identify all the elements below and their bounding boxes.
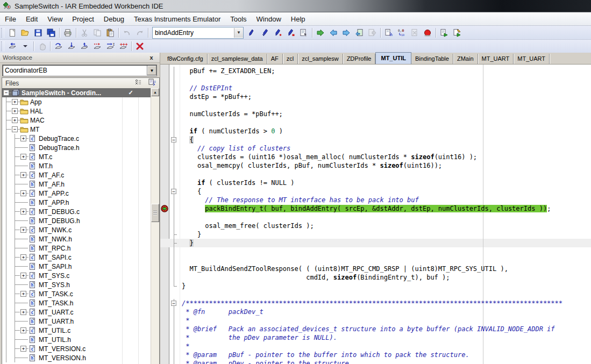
expand-plus-icon[interactable]: + <box>20 291 26 297</box>
code-lines[interactable]: pBuf += Z_EXTADDR_LEN; // DstEPInt dstEp… <box>160 67 591 364</box>
code-line[interactable] <box>160 247 591 256</box>
code-text[interactable]: } <box>182 239 194 247</box>
fold-margin-cell[interactable] <box>169 75 180 84</box>
fold-margin-cell[interactable] <box>169 170 180 179</box>
tree-expand-toggle[interactable]: + <box>19 308 28 317</box>
code-text[interactable]: * @param pBuf - pointer to the buffer in… <box>182 351 469 359</box>
tree-item-mt-util-c[interactable]: +cMT_UTIL.c <box>2 326 151 335</box>
tree-item-mt-sapi-h[interactable]: hMT_SAPI.h <box>2 262 151 271</box>
tree-item-mt-task-c[interactable]: +cMT_TASK.c <box>2 289 151 298</box>
tree-item-mt-version-h[interactable]: hMT_VERSION.h <box>2 353 151 362</box>
menu-item-debug[interactable]: Debug <box>99 13 129 25</box>
menu-item-window[interactable]: Window <box>252 13 286 25</box>
scrollbar-thumb[interactable] <box>151 204 159 222</box>
tree-expand-toggle[interactable]: + <box>11 106 19 116</box>
tree-item-hal[interactable]: +HAL <box>2 106 151 116</box>
tree-item-debugtrace-c[interactable]: +cDebugTrace.c <box>2 134 151 143</box>
breakpoint-gutter-cell[interactable] <box>160 204 169 213</box>
code-text[interactable]: // DstEPInt <box>182 84 232 92</box>
fold-margin-cell[interactable] <box>169 247 180 256</box>
breakpoint-gutter-cell[interactable] <box>160 273 169 282</box>
breakpoint-gutter-cell[interactable] <box>160 84 169 92</box>
save-all-icon[interactable] <box>45 26 58 39</box>
workspace-close-icon[interactable]: x <box>147 54 155 61</box>
tree-expand-toggle[interactable]: + <box>19 289 28 298</box>
code-text[interactable]: packBindEntry_t( buf, bindAddEntry( srcE… <box>182 204 551 213</box>
print-icon[interactable] <box>61 26 74 39</box>
tree-expand-toggle[interactable]: + <box>19 170 28 180</box>
breakpoint-gutter-cell[interactable] <box>160 308 169 316</box>
code-text[interactable]: osal_memcpy( clusterIds, pBuf, numCluste… <box>182 161 442 170</box>
paste-icon[interactable] <box>104 26 117 39</box>
step-out-icon[interactable] <box>78 40 91 53</box>
tree-item-mt[interactable]: −MT <box>2 125 151 134</box>
tree-expand-toggle[interactable]: + <box>19 344 28 353</box>
code-text[interactable]: } <box>182 282 186 290</box>
go-icon[interactable]: +++ <box>117 40 130 53</box>
code-line[interactable]: * @brief Pack an associated_devices_t st… <box>160 325 591 333</box>
fold-margin-cell[interactable] <box>169 101 180 110</box>
fold-margin-cell[interactable] <box>169 316 180 325</box>
fold-margin-cell[interactable] <box>169 222 180 230</box>
tree-item-mt-nwk-c[interactable]: +cMT_NWK.c <box>2 225 151 234</box>
navigate-back-icon[interactable] <box>327 26 340 39</box>
code-text[interactable]: // copy list of clusters <box>182 144 290 153</box>
collapse-minus-icon[interactable]: − <box>12 126 18 132</box>
breakpoint-gutter-cell[interactable] <box>160 135 169 144</box>
files-column-header[interactable]: Files 10 <box>2 78 159 89</box>
tab-zcl[interactable]: zcl <box>283 54 298 64</box>
fold-margin-cell[interactable] <box>169 342 180 351</box>
fold-margin-cell[interactable] <box>169 179 180 187</box>
collapse-minus-icon[interactable]: − <box>3 90 9 96</box>
tree-item-mt-nwk-h[interactable]: hMT_NWK.h <box>2 234 151 244</box>
breakpoint-gutter-cell[interactable] <box>160 230 169 239</box>
code-text[interactable]: } <box>182 230 201 239</box>
expand-plus-icon[interactable]: + <box>20 227 26 233</box>
output-column-icon[interactable]: 10 <box>145 78 159 88</box>
navigate-forward-icon[interactable] <box>340 26 353 39</box>
code-line[interactable]: } <box>160 230 591 239</box>
fold-collapse-icon[interactable]: − <box>171 301 176 306</box>
find-next-icon[interactable] <box>259 26 272 39</box>
code-line[interactable]: pBuf += Z_EXTADDR_LEN; <box>160 67 591 75</box>
tree-item-mt-rpc-h[interactable]: hMT_RPC.h <box>2 244 151 253</box>
fold-margin-cell[interactable] <box>169 273 180 282</box>
breakpoint-gutter-cell[interactable] <box>160 299 169 308</box>
tree-expand-toggle[interactable]: + <box>19 189 28 198</box>
tab-af[interactable]: AF <box>267 54 283 64</box>
fold-margin-cell[interactable] <box>169 308 180 316</box>
toolbar-grip[interactable] <box>1 28 4 38</box>
tree-expand-toggle[interactable]: + <box>19 326 28 335</box>
save-icon[interactable] <box>32 26 45 39</box>
expand-plus-icon[interactable]: + <box>12 99 18 105</box>
code-text[interactable]: * the pDev parameter is NULL). <box>182 333 337 342</box>
code-line[interactable]: clusterIds = (uint16 *)osal_mem_alloc( n… <box>160 153 591 161</box>
tree-item-mt-uart-c[interactable]: +cMT_UART.c <box>2 308 151 317</box>
breakpoint-gutter-cell[interactable] <box>160 170 169 179</box>
tree-item-mac[interactable]: +MAC <box>2 116 151 125</box>
breakpoint-gutter-cell[interactable] <box>160 316 169 325</box>
breakpoint-gutter-cell[interactable] <box>160 247 169 256</box>
code-text[interactable]: cmdId, sizeof(BindingEntry_t), buf ); <box>182 273 450 282</box>
tree-item-mt-util-h[interactable]: hMT_UTIL.h <box>2 335 151 344</box>
find-previous-icon[interactable] <box>272 26 284 39</box>
code-text[interactable]: * @brief Pack an associated_devices_t st… <box>182 325 555 333</box>
code-line[interactable]: packBindEntry_t( buf, bindAddEntry( srcE… <box>160 204 591 213</box>
compile-to-asm-icon[interactable]: 10 <box>382 26 395 39</box>
breakpoint-gutter-cell[interactable] <box>160 342 169 351</box>
code-text[interactable]: if ( clusterIds != NULL ) <box>182 179 295 187</box>
code-line[interactable]: // copy list of clusters <box>160 144 591 153</box>
code-line[interactable]: numClusterIds = *pBuf++; <box>160 110 591 118</box>
code-line[interactable] <box>160 101 591 110</box>
menu-item-project[interactable]: Project <box>67 13 98 25</box>
fold-margin-cell[interactable] <box>169 333 180 342</box>
code-line[interactable] <box>160 213 591 222</box>
scroll-up-icon[interactable]: ▲ <box>151 88 159 96</box>
tree-item-mt-debug-h[interactable]: hMT_DEBUG.h <box>2 216 151 225</box>
breakpoint-gutter-cell[interactable] <box>160 92 169 101</box>
tree-expand-toggle[interactable]: − <box>2 88 11 97</box>
tree-item-mt-af-c[interactable]: +cMT_AF.c <box>2 170 151 180</box>
tab-f8wconfig.cfg[interactable]: f8wConfig.cfg <box>163 54 208 64</box>
breakpoint-gutter-cell[interactable] <box>160 101 169 110</box>
run-to-cursor-icon[interactable]: I <box>104 40 117 53</box>
